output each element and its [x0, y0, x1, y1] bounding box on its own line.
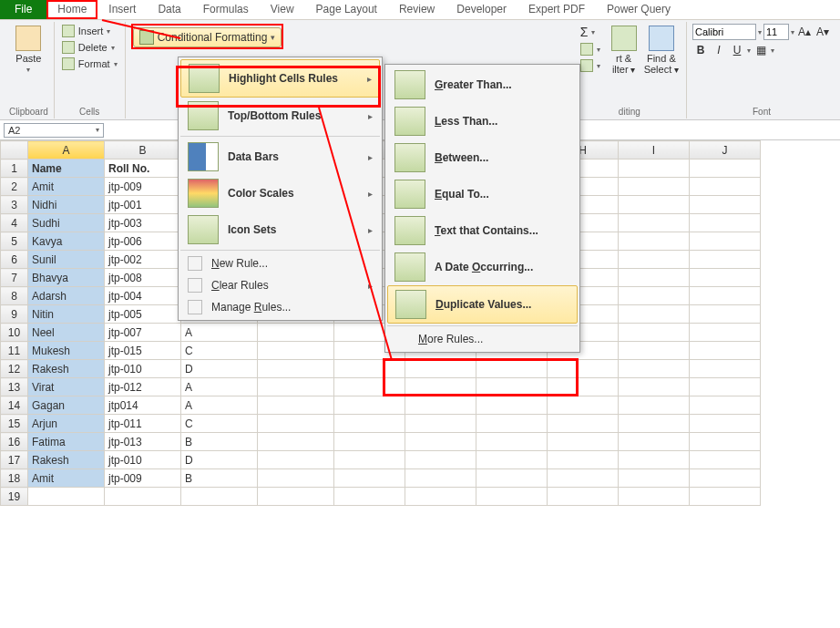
font-size-input[interactable] — [763, 24, 789, 40]
cell[interactable] — [28, 488, 105, 506]
cell[interactable] — [258, 324, 334, 342]
cell[interactable] — [619, 232, 690, 251]
font-name-input[interactable] — [692, 24, 756, 40]
cell[interactable] — [405, 415, 476, 433]
cell[interactable] — [405, 451, 476, 469]
cell[interactable]: jtp-015 — [105, 342, 181, 360]
cell[interactable]: B — [181, 433, 258, 451]
menu-color-scales[interactable]: Color Scales ▸ — [180, 175, 380, 211]
tab-view[interactable]: View — [260, 0, 305, 19]
cell[interactable] — [619, 378, 690, 396]
cell[interactable]: Mukesh — [28, 342, 105, 360]
cell[interactable]: Sunil — [28, 251, 105, 269]
row-header[interactable]: 2 — [1, 178, 28, 196]
cell[interactable] — [258, 360, 334, 378]
cell[interactable] — [258, 433, 334, 451]
row-header[interactable]: 5 — [1, 232, 28, 251]
cell[interactable] — [690, 232, 761, 251]
row-header[interactable]: 17 — [1, 451, 28, 469]
tab-home[interactable]: Home — [46, 0, 97, 19]
cell[interactable]: Fatima — [28, 433, 105, 451]
cell[interactable] — [548, 433, 619, 451]
underline-button[interactable]: U — [729, 42, 745, 58]
fill-button[interactable]: ▾ — [579, 42, 602, 57]
cell[interactable] — [258, 469, 334, 488]
cell[interactable]: jtp-007 — [105, 324, 181, 342]
cell[interactable] — [334, 415, 405, 433]
cell[interactable]: jtp-006 — [105, 232, 181, 251]
row-header[interactable]: 14 — [1, 396, 28, 415]
menu-equal-to[interactable]: Equal To... — [387, 176, 578, 212]
cell[interactable]: Gagan — [28, 396, 105, 415]
clear-button[interactable]: ▾ — [579, 58, 602, 73]
cell[interactable]: Kavya — [28, 232, 105, 251]
cell[interactable]: A — [181, 396, 258, 415]
cell[interactable] — [476, 451, 548, 469]
name-box[interactable]: A2 ▾ — [4, 123, 104, 138]
cell[interactable] — [690, 305, 761, 324]
col-header[interactable]: B — [105, 141, 181, 160]
italic-button[interactable]: I — [711, 42, 727, 58]
cell[interactable] — [619, 214, 690, 232]
cells-format[interactable]: Format▾ — [60, 57, 119, 71]
tab-power-query[interactable]: Power Query — [596, 0, 681, 19]
row-header[interactable]: 9 — [1, 305, 28, 324]
cell[interactable] — [548, 415, 619, 433]
cells-delete[interactable]: Delete▾ — [60, 40, 119, 55]
paste-button[interactable]: Paste ▾ — [14, 24, 43, 76]
tab-file[interactable]: File — [0, 0, 46, 19]
menu-date-occurring[interactable]: A Date Occurring... — [387, 249, 578, 285]
cell[interactable]: D — [181, 451, 258, 469]
col-header[interactable]: J — [690, 141, 761, 160]
cell[interactable] — [405, 378, 476, 396]
cell[interactable]: jtp-009 — [105, 469, 181, 488]
find-select-button[interactable]: Find &Select ▾ — [642, 24, 681, 77]
cell[interactable]: jtp-008 — [105, 269, 181, 287]
menu-clear-rules[interactable]: Clear Rules ▸ — [180, 274, 380, 296]
cell[interactable] — [619, 342, 690, 360]
cell[interactable] — [619, 251, 690, 269]
menu-greater-than[interactable]: Greater Than... — [387, 67, 578, 103]
row-header[interactable]: 15 — [1, 415, 28, 433]
cell[interactable] — [476, 469, 548, 488]
cell[interactable] — [619, 469, 690, 488]
row-header[interactable]: 6 — [1, 251, 28, 269]
cell[interactable] — [258, 415, 334, 433]
cell[interactable]: Nitin — [28, 305, 105, 324]
cell[interactable]: Amit — [28, 178, 105, 196]
cell[interactable] — [690, 214, 761, 232]
cell[interactable]: D — [181, 360, 258, 378]
cell[interactable]: Virat — [28, 378, 105, 396]
cells-insert[interactable]: Insert▾ — [60, 24, 119, 38]
menu-highlight-cells-rules[interactable]: Highlight Cells Rules ▸ — [180, 59, 380, 98]
tab-data[interactable]: Data — [147, 0, 191, 19]
cell[interactable]: Roll No. — [105, 160, 181, 178]
cell[interactable]: jtp-003 — [105, 214, 181, 232]
cell[interactable] — [476, 360, 548, 378]
cell[interactable] — [476, 396, 548, 415]
tab-insert[interactable]: Insert — [97, 0, 147, 19]
cell[interactable]: jtp-011 — [105, 415, 181, 433]
cell[interactable] — [548, 451, 619, 469]
select-all[interactable] — [1, 141, 28, 160]
cell[interactable] — [405, 396, 476, 415]
cell[interactable]: jtp014 — [105, 396, 181, 415]
cell[interactable] — [258, 396, 334, 415]
menu-top-bottom-rules[interactable]: Top/Bottom Rules ▸ — [180, 98, 380, 134]
cell[interactable]: A — [181, 378, 258, 396]
menu-text-contains[interactable]: Text that Contains... — [387, 212, 578, 249]
col-header[interactable]: I — [619, 141, 690, 160]
cell[interactable] — [548, 360, 619, 378]
cell[interactable]: C — [181, 342, 258, 360]
conditional-formatting-button[interactable]: Conditional Formatting ▾ — [133, 27, 282, 47]
cell[interactable] — [690, 415, 761, 433]
menu-manage-rules[interactable]: Manage Rules... — [180, 296, 380, 318]
cell[interactable] — [548, 469, 619, 488]
row-header[interactable]: 19 — [1, 488, 28, 506]
cell[interactable]: Neel — [28, 324, 105, 342]
sort-filter-button[interactable]: rt &ilter ▾ — [610, 24, 639, 77]
menu-more-rules[interactable]: More Rules... — [387, 325, 578, 350]
cell[interactable] — [690, 378, 761, 396]
cell[interactable] — [258, 451, 334, 469]
row-header[interactable]: 4 — [1, 214, 28, 232]
